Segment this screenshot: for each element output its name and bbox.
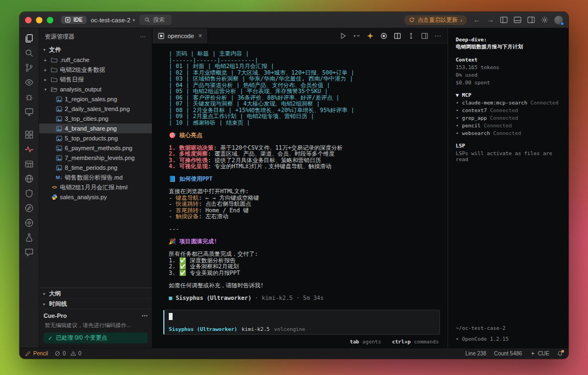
file-tree-item[interactable]: 6_payment_methods.png [39, 143, 152, 153]
restart-to-update-badge[interactable]: 点击重启以更新 › [404, 15, 467, 25]
activity-search[interactable] [23, 48, 35, 58]
file-name: 电销2组1月月会汇报.html [60, 183, 127, 192]
file-tree-item[interactable]: ▸销售日报 [39, 75, 152, 84]
terminal-line [169, 182, 441, 189]
problems-status-item[interactable]: 0 0 [54, 351, 81, 356]
context-line: 153,165 tokens [456, 64, 562, 70]
minimize-window-button[interactable] [36, 17, 42, 23]
file-name: 4_brand_share.png [65, 125, 117, 132]
timeline-section-header[interactable]: ▸ 时间线 [39, 298, 152, 309]
tab-label: opencode [168, 33, 194, 39]
app-badge-label: IDE [74, 17, 83, 23]
folder-icon [51, 66, 58, 73]
sidebar-more-icon[interactable]: ⋯ [140, 33, 146, 40]
activity-tools-settings[interactable] [23, 218, 35, 228]
global-search[interactable]: 搜索 [139, 15, 171, 25]
terminal-line [169, 276, 441, 282]
file-name: analysis_output [60, 86, 101, 93]
file-tree-item[interactable]: ▸.ruff_cache [39, 55, 152, 65]
toggle-bottom-panel-button[interactable] [513, 16, 522, 24]
terminal-line: 4. 可视化呈现: 专业的HTML幻灯片，支持键盘导航、触摸滑动 [169, 163, 441, 170]
pencil-status-item[interactable]: Pencil [25, 351, 48, 356]
account-avatar[interactable] [554, 16, 563, 24]
cue-spark-icon [530, 351, 536, 356]
mcp-header[interactable]: ▼ MCP [456, 92, 562, 98]
terminal-line: 📘 如何使用PPT [169, 176, 441, 182]
file-tree-item[interactable]: 7_membership_levels.png [39, 153, 152, 163]
more-actions-icon[interactable]: ⋯ [434, 32, 441, 40]
chevron-right-icon: ▸ [41, 302, 47, 306]
file-tree-item[interactable]: 1_region_sales.png [39, 94, 152, 104]
cuepro-more-icon[interactable]: ⋯ [142, 312, 148, 319]
line-indicator[interactable]: Line 238 [465, 351, 486, 356]
activity-preview-eye[interactable] [23, 77, 35, 87]
count-indicator[interactable]: Count 5486 [494, 351, 522, 356]
terminal-line: | 07 | 关键发现与洞察 | 4大核心发现、电销2组洞察 | [169, 101, 441, 107]
lsp-text: LSPs will activate as files are read [456, 150, 562, 162]
file-tree-item[interactable]: ▸电销2组业务数据 [39, 65, 152, 75]
file-tree-item[interactable]: M↓销售数据分析报告.md [39, 173, 152, 182]
context-header: Context [456, 57, 562, 63]
activity-shield[interactable] [23, 188, 35, 198]
lsp-header: LSP [456, 143, 562, 149]
zoom-window-button[interactable] [47, 17, 53, 23]
cuepro-processed-button[interactable]: ✓ 已处理 0/0 个变更点 [44, 333, 148, 343]
tab-opencode[interactable]: opencode × [152, 28, 208, 43]
activity-pencil-tool[interactable] [23, 203, 35, 213]
outline-section-header[interactable]: ▸ 大纲 [39, 288, 152, 298]
terminal-line: | 04 | 产品与渠道分析 | 热销产品、支付分布、会员价值 | [169, 82, 441, 89]
close-window-button[interactable] [25, 17, 32, 23]
project-selector[interactable]: oc-test-case-2 ▾ [91, 17, 135, 23]
new-terminal-dropdown-button[interactable] [353, 32, 360, 40]
agent-status-line: Sisyphus (Ultraworker) kimi-k2.5 volceng… [169, 326, 435, 332]
refresh-icon [409, 17, 415, 23]
file-tree-item[interactable]: 2_daily_sales_trend.png [39, 104, 152, 114]
file-tree-item[interactable]: ▾analysis_output [39, 84, 152, 94]
activity-data-table[interactable] [23, 159, 35, 169]
activity-source-control[interactable] [23, 63, 35, 72]
message-input[interactable]: Sisyphus (Ultraworker) kimi-k2.5 volceng… [163, 310, 440, 335]
terminal-line: - 触摸设备: 左右滑动 [169, 213, 441, 220]
cue-status-item[interactable]: CUE [530, 351, 549, 356]
scroll-sync-button[interactable] [407, 32, 415, 40]
activity-debug[interactable] [23, 92, 35, 102]
file-tree-item[interactable]: 3_top_cities.png [39, 114, 152, 124]
ide-app-badge[interactable]: IDE [61, 16, 87, 24]
file-tree-item[interactable]: <>电销2组1月月会汇报.html [39, 182, 152, 192]
close-tab-icon[interactable]: × [198, 32, 202, 40]
panel-layout-button[interactable] [421, 32, 428, 40]
toggle-left-sidebar-button[interactable] [500, 16, 508, 24]
split-editor-button[interactable] [394, 32, 401, 40]
navigate-back-button[interactable]: ← [473, 16, 481, 24]
file-name: sales_analysis.py [60, 194, 107, 200]
activity-pulse[interactable] [23, 144, 35, 154]
settings-gear-icon[interactable] [541, 16, 549, 24]
activity-extensions[interactable] [23, 130, 35, 139]
file-name: 5_top_products.png [65, 135, 118, 142]
search-icon [144, 17, 150, 23]
toggle-right-sidebar-button[interactable] [527, 16, 535, 24]
image-file-icon [56, 96, 63, 103]
navigate-forward-button[interactable]: → [486, 16, 494, 24]
activity-explorer[interactable] [23, 33, 35, 43]
activity-remote-monitor[interactable] [23, 107, 35, 116]
files-section-header[interactable]: ▾ 文件 [39, 45, 152, 55]
file-tree-item[interactable]: 5_top_products.png [39, 133, 152, 143]
file-tree-item[interactable]: 8_time_periods.png [39, 163, 152, 173]
run-button[interactable] [339, 32, 347, 40]
ai-sparkle-button[interactable] [366, 32, 374, 40]
file-tree-item[interactable]: 4_brand_share.png [39, 124, 152, 133]
activity-flask[interactable] [23, 232, 35, 242]
image-file-icon [56, 125, 63, 132]
activity-globe[interactable] [23, 174, 35, 183]
file-tree-item[interactable]: sales_analysis.py [39, 192, 152, 202]
terminal-line: | 02 | 本月业绩概览 | 7大区域、30+城市、120+日报、500+订单… [169, 70, 441, 76]
record-circle-button[interactable] [380, 32, 388, 40]
activity-chat[interactable] [23, 247, 35, 257]
file-name: 3_top_cities.png [65, 115, 108, 122]
terminal-line: 🎉 项目圆满完成! [169, 238, 441, 245]
notifications-bell-button[interactable] [557, 351, 563, 356]
context-line: $0.00 spent [456, 79, 562, 85]
warnings-icon [70, 351, 76, 356]
terminal-output: | 页码 | 标题 | 主要内容 ||------|------|-------… [152, 44, 448, 308]
